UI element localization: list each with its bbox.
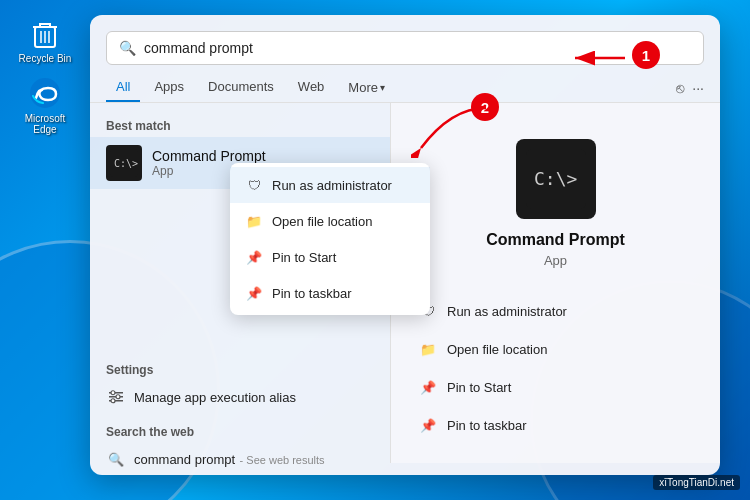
right-pin-start-icon: 📌: [417, 376, 439, 398]
settings-icon: [106, 387, 126, 407]
search-query: command prompt: [144, 40, 691, 56]
right-folder-icon: 📁: [417, 338, 439, 360]
tab-documents[interactable]: Documents: [198, 73, 284, 102]
large-app-type: App: [544, 253, 567, 268]
large-app-name: Command Prompt: [486, 231, 625, 249]
svg-point-14: [116, 395, 120, 399]
web-search-label: Search the web: [90, 421, 390, 443]
web-item-sub: - See web results: [240, 454, 325, 466]
search-web-icon: 🔍: [106, 449, 126, 469]
nav-right-icons: ⎋ ···: [676, 80, 704, 96]
tab-more[interactable]: More ▾: [338, 74, 395, 101]
web-search-item[interactable]: 🔍 command prompt - See web results: [90, 443, 390, 475]
tab-all[interactable]: All: [106, 73, 140, 102]
annotation-2-bubble: 2: [471, 93, 499, 121]
web-item-content: command prompt - See web results: [134, 450, 325, 468]
best-match-label: Best match: [90, 115, 390, 137]
recycle-bin-label: Recycle Bin: [19, 53, 72, 64]
web-search-section: Search the web 🔍 command prompt - See we…: [90, 421, 390, 475]
start-menu: 🔍 command prompt 1 All Apps Documents We…: [90, 15, 720, 475]
watermark: xīTongTianDi.net: [653, 475, 740, 490]
tab-web[interactable]: Web: [288, 73, 335, 102]
settings-label: Settings: [90, 359, 390, 381]
context-menu-pin-start[interactable]: 📌 Pin to Start: [230, 239, 430, 275]
share-icon[interactable]: ⎋: [676, 80, 684, 96]
svg-point-15: [111, 399, 115, 403]
edge-label: Microsoft Edge: [15, 113, 75, 135]
right-action-run-admin[interactable]: 🛡 Run as administrator: [407, 292, 704, 330]
cmd-app-icon-large: C:\>: [516, 139, 596, 219]
context-menu-run-as-admin[interactable]: 🛡 Run as administrator: [230, 167, 430, 203]
tab-apps[interactable]: Apps: [144, 73, 194, 102]
search-icon: 🔍: [119, 40, 136, 56]
web-item-label: command prompt: [134, 452, 235, 467]
main-content: Best match C:\> Command Prompt App 🛡 R: [90, 103, 720, 463]
best-match-app-name: Command Prompt: [152, 148, 266, 164]
context-menu: 🛡 Run as administrator 📁 Open file locat…: [230, 163, 430, 315]
context-menu-pin-taskbar[interactable]: 📌 Pin to taskbar: [230, 275, 430, 311]
settings-item-label: Manage app execution alias: [134, 390, 296, 405]
svg-text:C:\>: C:\>: [114, 158, 138, 169]
search-bar[interactable]: 🔍 command prompt: [106, 31, 704, 65]
svg-point-13: [111, 391, 115, 395]
folder-icon: 📁: [244, 211, 264, 231]
shield-icon: 🛡: [244, 175, 264, 195]
right-actions: 🛡 Run as administrator 📁 Open file locat…: [407, 292, 704, 444]
more-options-icon[interactable]: ···: [692, 80, 704, 96]
edge-desktop-icon[interactable]: Microsoft Edge: [15, 75, 75, 135]
right-action-pin-taskbar[interactable]: 📌 Pin to taskbar: [407, 406, 704, 444]
svg-text:C:\>: C:\>: [534, 168, 578, 189]
right-action-open-location[interactable]: 📁 Open file location: [407, 330, 704, 368]
right-panel: 2 C:\> Command Prompt: [390, 103, 720, 463]
recycle-bin-icon[interactable]: Recycle Bin: [15, 15, 75, 64]
cmd-app-icon-small: C:\>: [106, 145, 142, 181]
left-panel: Best match C:\> Command Prompt App 🛡 R: [90, 103, 390, 463]
annotation-1-bubble: 1: [632, 41, 660, 69]
pin-icon: 📌: [244, 247, 264, 267]
large-app-display: C:\> Command Prompt App: [407, 139, 704, 284]
right-action-pin-start[interactable]: 📌 Pin to Start: [407, 368, 704, 406]
right-pin-taskbar-icon: 📌: [417, 414, 439, 436]
settings-item[interactable]: Manage app execution alias: [90, 381, 390, 413]
chevron-down-icon: ▾: [380, 82, 385, 93]
nav-tabs: All Apps Documents Web More ▾ ⎋ ···: [90, 65, 720, 103]
pin-taskbar-icon: 📌: [244, 283, 264, 303]
settings-section: Settings Manage app execution alias: [90, 359, 390, 413]
context-menu-open-location[interactable]: 📁 Open file location: [230, 203, 430, 239]
